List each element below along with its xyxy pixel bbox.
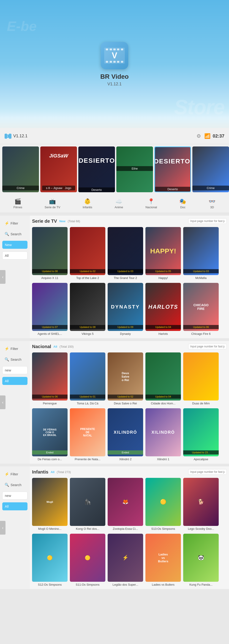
media-card-arquivo[interactable]: Updated to 08 Arquivo X 11 [32,227,68,280]
media-card-kong[interactable]: 🦍 Kong O Rei dos... [70,478,105,530]
media-card-harlots[interactable]: HARLOTS Updated to 04 Harlots [145,283,181,336]
filmes-icon: 🎬 [15,198,21,204]
cat-nacional[interactable]: 📍 Nacional [143,197,160,210]
media-card-simpsons-s11[interactable]: 🟡 S11:Os Simpsons [70,534,105,586]
infantis-row-1: Mogli Mogli O Menino... 🦍 Kong O Rei dos… [32,478,227,530]
media-name: S11:Os Simpsons [70,583,105,586]
tab-new[interactable]: new [2,366,28,374]
media-card-cidade[interactable]: Updated to 04 Cidade dos Hom... [145,352,181,405]
media-card-legiao[interactable]: ⚡ Legião dos Super... [108,534,143,586]
media-card-xilindro2[interactable]: XILINDRÓ Ended Xilindró 2 [108,408,143,461]
ended-badge: Ended [32,450,68,454]
media-card-dynasty[interactable]: DYNASTY Updated to 09 Dynasty [108,283,143,336]
update-badge: Updated to 03 [108,269,143,273]
media-card-ladies[interactable]: LadiesvsButlers Ladies vs Butlers [145,534,181,586]
media-card-zootopia[interactable]: 🦊 Zootopia Essa Ci... [108,478,143,530]
hero-section: E-be V BR Video V1.12.1 Store [0,0,229,128]
carousel-item[interactable]: DESIERTO Deserto [78,146,115,192]
nacional-page-input[interactable] [188,344,227,349]
serie-section: ‹ ⚡ Filter 🔍 Search New All Serie de TV … [0,216,229,338]
tab-all[interactable]: All [2,252,28,260]
cat-filmes[interactable]: 🎬 Filmes [11,197,25,210]
infantis-page-input[interactable] [188,469,227,475]
cat-3d-label: 3D [210,206,214,209]
update-badge: Updated to 03 [183,269,219,273]
tab-new-label: new [5,494,11,498]
update-badge: Updated to 02 [108,394,143,399]
nacional-main: Nacional All (Total 150) Updated to 06 P… [30,341,229,464]
tab-new[interactable]: New [2,241,28,249]
media-card-vikings[interactable]: Updated to 08 Vikings 5 [70,283,105,336]
settings-icon[interactable]: ⚙ [196,133,201,139]
media-card-lego-scooby[interactable]: 🐕 Lego Scooby Doo... [183,478,219,530]
media-card-ferias[interactable]: DE FÉRIASCOM OEX BRASIL Ended De Férias … [32,408,68,461]
media-card-agents[interactable]: Updated to 07 Agents of SHIEL... [32,283,68,336]
media-card-mogli[interactable]: Mogli Mogli O Menino... [32,478,68,530]
media-card-deus-salve[interactable]: DeusSalveo Rei Updated to 02 Deus Salve … [108,352,143,405]
media-card-top-of-the-lake[interactable]: Updated to 02 Top of the Lake 2 [70,227,105,280]
media-name: Xilindró 1 [145,458,181,461]
serie-page-input[interactable] [188,218,227,224]
carousel-item[interactable]: JiGSaW s 8 – Jigsaw Jogo [40,146,77,192]
update-badge: Updated to 01 [70,394,105,399]
tab-all[interactable]: All [2,377,28,385]
cat-anime[interactable]: ☁️ Anime [112,197,126,210]
nacional-title: Nacional [32,344,51,349]
media-name: Duas de Mim [183,402,219,405]
filter-button[interactable]: ⚡ Filter [2,470,28,478]
filter-button[interactable]: ⚡ Filter [2,345,28,353]
serie-main: Serie de TV New (Total 68) Updated to 08… [30,216,229,338]
carousel-item-label: s 8 – Jigsaw Jogo [42,186,75,190]
media-card-prenente[interactable]: PRESENTEDENATAL Prenente de Nata... [70,408,105,461]
media-card-duas-de-mim[interactable]: Duas de Mim [183,352,219,405]
tab-new-label: New [5,243,12,247]
search-button[interactable]: 🔍 Search [2,230,28,238]
serie-total: (Total 68) [68,220,80,223]
nav-arrow-infantis[interactable]: ‹ [0,521,6,534]
filter-button[interactable]: ⚡ Filter [2,219,28,227]
serie-row-2: Updated to 07 Agents of SHIEL... Updated… [32,283,227,336]
cat-serie[interactable]: 📺 Serie de TV [42,197,63,210]
media-card-chicago-fire[interactable]: CHICAGOFIRE Updated to 06 Chicago Fire 6 [183,283,219,336]
update-badge: Updated to 23... [183,450,219,454]
media-card-apocalipse[interactable]: Updated to 23... Apocalipse [183,408,219,461]
media-card-kung-fu[interactable]: 🐼 Kung Fu Panda... [183,534,219,586]
doc-icon: 🎭 [179,198,186,204]
carousel-item-active[interactable]: DESIERTO Deserto [154,146,191,192]
media-name: Lego Scooby Doo... [183,527,219,530]
tab-new[interactable]: new [2,492,28,500]
nav-arrow-nacional[interactable]: ‹ [0,396,6,409]
nacional-total: (Total 150) [60,345,74,348]
nacional-section: ‹ ⚡ Filter 🔍 Search new All Nacional All [0,341,229,464]
media-card-happy[interactable]: HAPPY! Updated to 05 Happy! [145,227,181,280]
carousel-item[interactable]: Ethe [116,146,153,192]
player-bar: ■■V■■ V1.12.1 ⚙ 📶 02:37 [0,128,229,144]
media-name: Dynasty [108,332,143,336]
media-card-perrengue[interactable]: Updated to 06 Perrengue [32,352,68,405]
media-name: Ladies vs Butlers [145,583,181,586]
carousel-item[interactable]: Crime [2,146,39,192]
media-name: Kung Fu Panda... [183,583,219,586]
media-card-xilindro1[interactable]: XILINDRÓ Xilindró 1 [145,408,181,461]
wifi-icon: 📶 [204,133,210,139]
cat-doc-label: Doc [180,206,185,209]
cat-anime-label: Anime [115,206,123,209]
cat-infantis[interactable]: 👶 Infantis [80,197,95,210]
search-button[interactable]: 🔍 Search [2,481,28,489]
media-name: McMafia [183,276,219,280]
carousel-item[interactable]: Crime [192,146,229,192]
search-button[interactable]: 🔍 Search [2,356,28,364]
media-card-mcmafia[interactable]: Updated to 03 McMafia [183,227,219,280]
media-name: De Férias com o... [32,458,68,461]
nav-arrow-serie[interactable]: ‹ [0,270,6,284]
cat-doc[interactable]: 🎭 Doc [176,197,189,210]
cat-infantis-label: Infantis [83,206,92,209]
media-card-grand-tour[interactable]: Updated to 03 The Grand Tour 2 [108,227,143,280]
app-name: BR Video [100,73,129,80]
media-card-simpsons-s12[interactable]: 🟡 S12:Os Simpsons [32,534,68,586]
media-card-simpsons-s13[interactable]: 🟡 S13:Os Simpsons [145,478,181,530]
tab-all[interactable]: All [2,502,28,510]
media-card-toma-la[interactable]: Updated to 01 Toma Lá, Dá Cá [70,352,105,405]
cat-3d[interactable]: 👓 3D [206,197,218,210]
update-badge: Updated to 06 [32,394,68,399]
